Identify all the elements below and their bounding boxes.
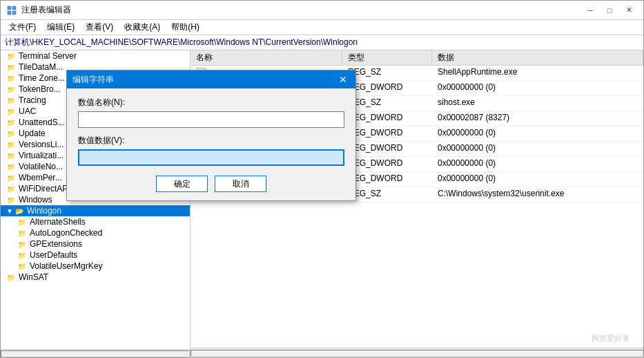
folder-icon: 📁: [6, 173, 16, 182]
dialog-body: 数值名称(N): 数值数据(V): 确定 取消: [67, 88, 355, 200]
dialog-cancel-button[interactable]: 取消: [215, 176, 266, 192]
maximize-button[interactable]: □: [601, 3, 618, 17]
folder-icon: 📁: [17, 228, 27, 238]
dialog-close-button[interactable]: ✕: [336, 73, 350, 86]
svg-rect-1: [12, 6, 16, 10]
dialog-buttons: 确定 取消: [78, 176, 344, 192]
cell-data: sihost.exe: [432, 96, 643, 111]
tree-item-terminal-server[interactable]: 📁 Terminal Server: [1, 50, 190, 62]
folder-icon: 📁: [17, 261, 27, 271]
tree-item-userdefaults[interactable]: 📁 UserDefaults: [1, 249, 190, 261]
close-button[interactable]: ✕: [620, 3, 638, 17]
tree-item-winsat[interactable]: 📁 WinSAT: [1, 272, 190, 283]
folder-icon: 📁: [6, 195, 16, 205]
col-header-type: 类型: [342, 50, 432, 65]
folder-icon: 📁: [6, 95, 16, 105]
cell-data: 0x00000000 (0): [432, 142, 643, 156]
minimize-button[interactable]: ─: [581, 3, 599, 17]
cell-data: C:\Windows\system32\userinit.exe: [432, 187, 643, 202]
folder-icon: 📁: [17, 250, 27, 260]
table-header: 名称 类型 数据: [191, 50, 643, 66]
folder-icon: 📂: [14, 206, 24, 216]
cell-data: 0x00000000 (0): [432, 126, 643, 141]
col-header-data: 数据: [432, 50, 643, 65]
expand-icon: ▼: [6, 207, 13, 215]
folder-icon: 📁: [6, 117, 16, 127]
app-icon: [6, 5, 17, 16]
address-bar: 计算机\HKEY_LOCAL_MACHINE\SOFTWARE\Microsof…: [1, 35, 643, 50]
cell-data: 0x00000000 (0): [432, 81, 643, 95]
menu-favorites[interactable]: 收藏夹(A): [119, 20, 166, 35]
cell-data: 0x00002087 (8327): [432, 111, 643, 126]
menu-bar: 文件(F) 编辑(E) 查看(V) 收藏夹(A) 帮助(H): [1, 20, 643, 35]
cell-data: 0x00000000 (0): [432, 172, 643, 187]
right-horizontal-scrollbar[interactable]: [191, 348, 643, 357]
tree-item-volatileusermgrkey[interactable]: 📁 VolatileUserMgrKey: [1, 261, 190, 272]
edit-string-dialog: 编辑字符串 ✕ 数值名称(N): 数值数据(V): 确定 取消: [66, 70, 356, 201]
tree-item-gpextensions[interactable]: 📁 GPExtensions: [1, 238, 190, 249]
folder-icon: 📁: [6, 162, 16, 171]
dialog-title-text: 编辑字符串: [72, 74, 114, 86]
dialog-data-input[interactable]: [78, 149, 344, 166]
folder-icon: 📁: [6, 73, 16, 83]
svg-rect-2: [8, 11, 11, 15]
menu-file[interactable]: 文件(F): [3, 20, 41, 35]
window-title: 注册表编辑器: [21, 4, 71, 16]
window-controls: ─ □ ✕: [581, 3, 638, 17]
cell-data: ShellAppRuntime.exe: [432, 66, 643, 80]
folder-icon: 📁: [17, 217, 27, 227]
tree-item-autologonchecked[interactable]: 📁 AutoLogonChecked: [1, 227, 190, 238]
folder-icon: 📁: [17, 239, 27, 249]
tree-item-alternateshells[interactable]: 📁 AlternateShells: [1, 216, 190, 227]
menu-edit[interactable]: 编辑(E): [41, 20, 80, 35]
folder-icon: 📁: [6, 84, 16, 94]
folder-icon: 📁: [6, 272, 16, 282]
tree-item-winlogon[interactable]: ▼ 📂 Winlogon: [1, 205, 190, 216]
svg-rect-0: [8, 6, 11, 10]
folder-icon: 📁: [6, 106, 16, 116]
dialog-name-input[interactable]: [78, 111, 344, 128]
address-text: 计算机\HKEY_LOCAL_MACHINE\SOFTWARE\Microsof…: [5, 37, 358, 48]
title-bar: 注册表编辑器 ─ □ ✕: [1, 1, 643, 20]
folder-icon: 📁: [6, 129, 16, 138]
folder-icon: 📁: [6, 51, 16, 61]
menu-help[interactable]: 帮助(H): [166, 20, 205, 35]
svg-rect-3: [12, 11, 16, 15]
dialog-data-label: 数值数据(V):: [78, 135, 344, 147]
menu-view[interactable]: 查看(V): [80, 20, 119, 35]
left-horizontal-scrollbar[interactable]: [1, 349, 190, 357]
cell-data: 0x00000000 (0): [432, 157, 643, 171]
dialog-title-bar: 编辑字符串 ✕: [67, 70, 355, 88]
dialog-ok-button[interactable]: 确定: [156, 176, 208, 192]
folder-icon: 📁: [6, 184, 16, 194]
folder-icon: 📁: [6, 140, 16, 149]
folder-icon: 📁: [6, 151, 16, 160]
watermark: 网管爱好者: [592, 333, 630, 343]
dialog-name-label: 数值名称(N):: [78, 97, 344, 109]
folder-icon: 📁: [6, 62, 16, 72]
col-header-name: 名称: [191, 50, 342, 65]
